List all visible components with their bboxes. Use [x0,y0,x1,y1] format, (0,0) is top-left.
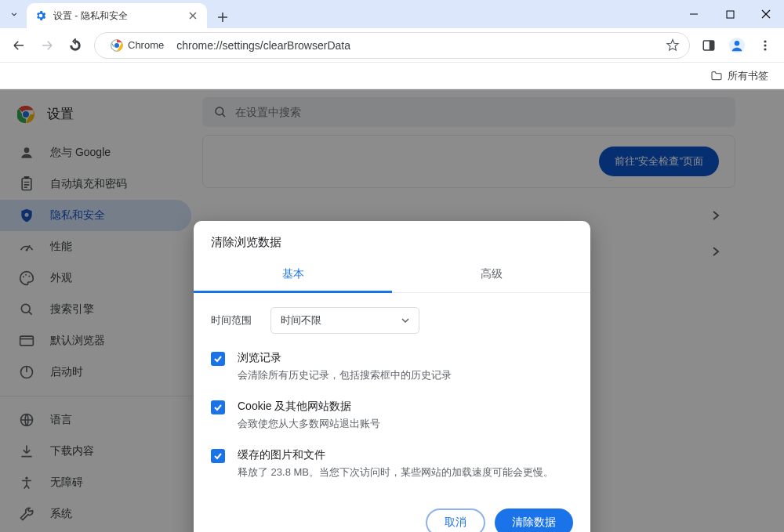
check-icon [213,354,223,364]
kebab-icon [759,39,771,52]
plus-icon [217,12,228,23]
svg-point-8 [764,44,766,46]
check-icon [213,451,223,461]
tab-title: 设置 - 隐私和安全 [53,9,187,23]
close-icon [189,12,197,20]
maximize-button[interactable] [712,0,748,28]
option-subtitle: 会致使您从大多数网站退出账号 [238,417,573,431]
site-chip-text: Chrome [128,39,164,51]
minimize-button[interactable] [676,0,712,28]
window-titlebar: 设置 - 隐私和安全 [0,0,784,28]
svg-point-9 [764,48,766,50]
time-range-value: 时间不限 [281,313,321,328]
reload-icon [68,38,82,52]
option-title: 浏览记录 [238,351,573,365]
tab-basic[interactable]: 基本 [194,258,392,293]
chevron-down-icon [9,9,20,20]
check-icon [213,403,223,412]
browser-tab[interactable]: 设置 - 隐私和安全 [27,3,207,28]
reload-button[interactable] [61,31,89,60]
dialog-tabs: 基本 高级 [194,258,590,293]
arrow-right-icon [40,38,54,52]
tab-close-button[interactable] [187,9,199,22]
option-title: 缓存的图片和文件 [238,448,573,462]
settings-page: 设置 您与 Google自动填充和密码隐私和安全性能外观搜索引擎默认浏览器启动时… [0,89,784,532]
window-close-button[interactable] [748,0,784,28]
address-bar[interactable]: Chrome chrome://settings/clearBrowserDat… [94,32,690,59]
all-bookmarks-label: 所有书签 [728,69,768,83]
url-text: chrome://settings/clearBrowserData [176,39,666,52]
panel-icon [702,38,716,52]
all-bookmarks-button[interactable]: 所有书签 [704,66,775,86]
bookmark-bar: 所有书签 [0,63,784,89]
svg-rect-4 [710,41,714,50]
option-subtitle: 会清除所有历史记录，包括搜索框中的历史记录 [238,368,573,382]
profile-button[interactable] [723,31,751,60]
svg-point-7 [764,40,766,42]
gear-icon [34,9,47,22]
tab-advanced[interactable]: 高级 [392,258,590,293]
tab-search-dropdown[interactable] [0,0,28,28]
star-icon [666,38,680,52]
forward-button[interactable] [33,31,61,60]
bookmark-star-button[interactable] [666,38,680,52]
cancel-button[interactable]: 取消 [426,508,485,532]
clear-data-button[interactable]: 清除数据 [495,508,573,532]
clear-data-dialog: 清除浏览数据 基本 高级 时间范围 时间不限 浏览记录会清除所有历史记录，包括搜… [194,221,590,532]
dialog-title: 清除浏览数据 [194,221,590,258]
svg-point-2 [114,43,119,48]
arrow-left-icon [12,38,26,52]
svg-point-6 [735,41,739,45]
svg-rect-0 [727,11,734,18]
window-controls [676,0,784,28]
minimize-icon [689,9,699,19]
chrome-logo-icon [111,39,123,52]
time-range-label: 时间范围 [211,313,255,328]
option-subtitle: 释放了 23.8 MB。当您下次访问时，某些网站的加载速度可能会更慢。 [238,465,573,480]
folder-icon [710,70,723,82]
site-chip[interactable]: Chrome [104,38,170,53]
checkbox[interactable] [211,352,225,366]
menu-button[interactable] [751,31,779,60]
clear-option: 缓存的图片和文件释放了 23.8 MB。当您下次访问时，某些网站的加载速度可能会… [211,448,573,480]
clear-option: 浏览记录会清除所有历史记录，包括搜索框中的历史记录 [211,351,573,382]
chevron-down-icon [401,318,409,323]
close-icon [761,9,771,19]
option-title: Cookie 及其他网站数据 [238,400,573,414]
browser-toolbar: Chrome chrome://settings/clearBrowserDat… [0,28,784,63]
checkbox[interactable] [211,449,225,463]
maximize-icon [726,10,735,19]
checkbox[interactable] [211,400,225,414]
clear-option: Cookie 及其他网站数据会致使您从大多数网站退出账号 [211,400,573,431]
profile-icon [728,37,746,54]
new-tab-button[interactable] [212,6,234,28]
back-button[interactable] [5,31,33,60]
side-panel-button[interactable] [695,31,723,60]
time-range-select[interactable]: 时间不限 [270,307,419,334]
